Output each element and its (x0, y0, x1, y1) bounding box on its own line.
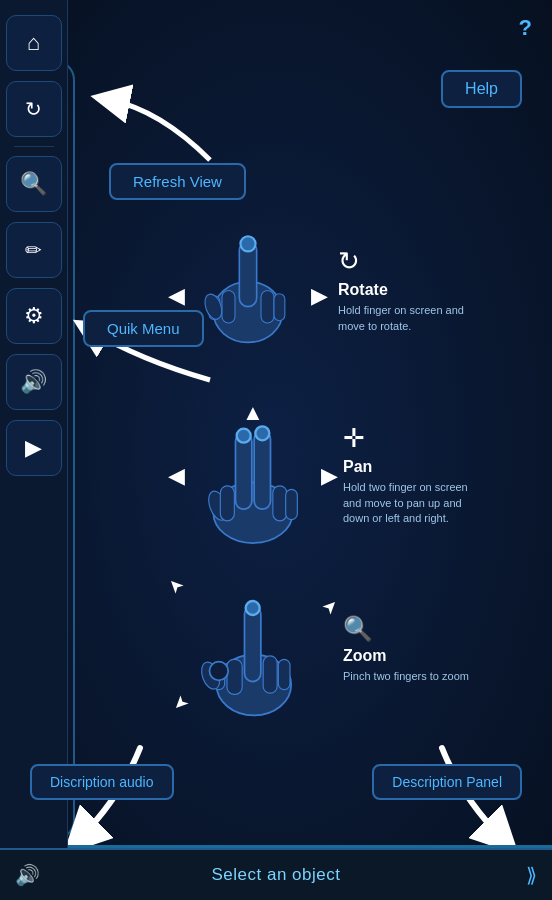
rotate-title: Rotate (338, 281, 468, 299)
sidebar-divider-1 (14, 146, 54, 147)
pan-left-arrow: ◀ (168, 463, 185, 489)
audio-indicator-icon: 🔊 (15, 863, 40, 887)
sidebar-item-audio[interactable]: 🔊 (6, 354, 62, 410)
zoom-icon: 🔍 (343, 615, 469, 643)
chevron-double-right-icon: ⟫ (526, 863, 537, 887)
svg-rect-24 (278, 659, 290, 689)
zoom-gesture-block: ➤ ➤ ➤ (168, 575, 469, 725)
svg-rect-15 (273, 486, 287, 521)
zoom-hand-area: ➤ ➤ ➤ (168, 575, 338, 725)
help-button[interactable]: Help (441, 70, 522, 108)
rotate-description: Hold finger on screen and move to rotate… (338, 303, 468, 334)
pan-hand-svg (193, 410, 313, 550)
description-audio-button[interactable]: Discription audio (30, 764, 174, 800)
draw-icon: ✏ (25, 238, 42, 262)
pan-title: Pan (343, 458, 473, 476)
zoom-description: Pinch two fingers to zoom (343, 669, 469, 684)
svg-point-12 (237, 429, 251, 443)
sidebar-item-refresh[interactable]: ↻ (6, 81, 62, 137)
svg-rect-11 (236, 433, 252, 509)
svg-rect-5 (222, 290, 235, 323)
svg-point-14 (255, 426, 269, 440)
svg-rect-16 (286, 489, 298, 519)
rotate-hand-svg (193, 220, 303, 350)
main-background: ⌂ ↻ 🔍 ✏ ⚙ 🔊 ▶ ? Help Refresh View Quik M… (0, 0, 552, 900)
svg-point-27 (210, 662, 229, 681)
select-object-bar: 🔊 Select an object ⟫ (0, 848, 552, 900)
pan-gesture-block: ▲ ◀ ▶ (168, 400, 473, 550)
zoom-hand-svg (188, 580, 308, 720)
sidebar-item-search[interactable]: 🔍 (6, 156, 62, 212)
svg-rect-7 (274, 294, 285, 321)
svg-rect-13 (254, 431, 270, 509)
svg-rect-23 (263, 656, 277, 693)
svg-rect-18 (220, 486, 234, 521)
refresh-icon: ↻ (25, 97, 42, 121)
svg-rect-6 (261, 290, 274, 323)
rotate-gesture-block: ◀ ▶ (168, 220, 468, 360)
svg-rect-22 (227, 659, 242, 694)
play-icon: ▶ (25, 435, 42, 461)
svg-rect-20 (245, 606, 261, 682)
refresh-view-button[interactable]: Refresh View (109, 163, 246, 200)
home-icon: ⌂ (27, 30, 40, 56)
rotate-right-arrow: ▶ (311, 283, 328, 309)
pan-description: Hold two finger on screen and move to pa… (343, 480, 473, 526)
pan-right-arrow: ▶ (321, 463, 338, 489)
pan-icon: ✛ (343, 423, 473, 454)
sidebar-item-settings[interactable]: ⚙ (6, 288, 62, 344)
sidebar-item-play[interactable]: ▶ (6, 420, 62, 476)
question-mark-icon: ? (519, 15, 532, 41)
sidebar-item-home[interactable]: ⌂ (6, 15, 62, 71)
sidebar-item-draw[interactable]: ✏ (6, 222, 62, 278)
svg-point-21 (246, 601, 260, 615)
zoom-arrow-topleft: ➤ (162, 573, 188, 599)
select-object-text: Select an object (212, 865, 341, 885)
rotate-left-arrow: ◀ (168, 283, 185, 309)
content-area: ◀ ▶ (68, 0, 552, 848)
rotate-icon: ↻ (338, 246, 468, 277)
zoom-arrow-topright: ➤ (317, 593, 343, 619)
settings-icon: ⚙ (24, 303, 44, 329)
rotate-info: ↻ Rotate Hold finger on screen and move … (338, 246, 468, 334)
quik-menu-button[interactable]: Quik Menu (83, 310, 204, 347)
pan-hand-area: ▲ ◀ ▶ (168, 400, 338, 550)
zoom-info: 🔍 Zoom Pinch two fingers to zoom (343, 615, 469, 684)
svg-point-4 (240, 236, 255, 251)
audio-icon: 🔊 (20, 369, 47, 395)
description-panel-button[interactable]: Description Panel (372, 764, 522, 800)
zoom-title: Zoom (343, 647, 469, 665)
search-icon: 🔍 (20, 171, 47, 197)
pan-info: ✛ Pan Hold two finger on screen and move… (343, 423, 473, 526)
